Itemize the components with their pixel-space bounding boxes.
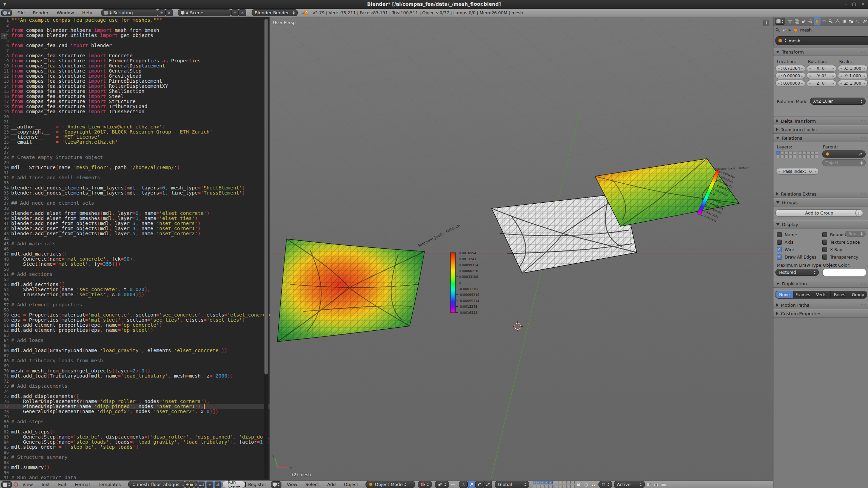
code-line-61[interactable]: 61mdl.add_element_properties(epc, name='…	[0, 323, 270, 328]
code-line-62[interactable]: 62mdl.add_element_properties(eps, name='…	[0, 328, 270, 333]
code-area[interactable]: 1"""An example compas_fea package use fo…	[0, 18, 270, 480]
layer-cell[interactable]	[814, 151, 818, 155]
register-checkbox[interactable]	[245, 482, 246, 487]
checkbox-row-x-ray[interactable]: X-Ray	[822, 246, 860, 253]
checkbox[interactable]	[822, 247, 827, 252]
checkbox[interactable]	[777, 255, 782, 260]
transform-value-field[interactable]: ◂: 0.71364▸	[775, 65, 805, 72]
code-line-18[interactable]: 18from compas_fea.structure import Tribu…	[0, 104, 270, 109]
code-line-37[interactable]: 37## Add node and element sets	[0, 201, 270, 206]
layer-cell[interactable]	[541, 485, 545, 488]
layer-cell[interactable]	[806, 151, 810, 155]
code-line-57[interactable]: 57# Add element properties	[0, 302, 270, 307]
code-line-58[interactable]: 58	[0, 307, 270, 312]
checkbox-row-transparency[interactable]: Transparency	[822, 253, 860, 261]
translate-manipulator-toggle[interactable]	[468, 481, 476, 488]
minimize-button[interactable]: –	[845, 1, 847, 6]
orientation-dropdown[interactable]: Global	[495, 481, 529, 488]
menu-object[interactable]: Object	[340, 482, 362, 487]
transform-value-field[interactable]: ◂: 0.00000▸	[775, 80, 805, 86]
transform-value-field[interactable]: ◂Y: 1.000▸	[838, 73, 868, 79]
open-text-button[interactable]	[189, 481, 194, 488]
tab-render[interactable]	[787, 17, 793, 25]
layers-grid-2[interactable]	[798, 151, 818, 158]
code-line-66[interactable]: 66mdl.add_load(GravityLoad(name='load_gr…	[0, 348, 270, 353]
tab-object[interactable]	[814, 17, 821, 25]
transform-value-field[interactable]: ◂Z: 0°▸	[807, 80, 836, 86]
menu-select[interactable]: Select	[301, 482, 323, 487]
checkbox[interactable]	[777, 232, 782, 237]
code-line-12[interactable]: 12from compas_fea.structure import Gravi…	[0, 74, 270, 79]
code-line-77[interactable]: 77 PinnedDisplacement(name='disp_pinned'…	[0, 404, 270, 409]
new-group-button[interactable]: +	[855, 209, 862, 217]
code-line-53[interactable]: 53mdl.add_sections([	[0, 282, 270, 287]
tab-physics[interactable]	[861, 17, 868, 25]
code-line-91[interactable]: 91# Run and extract data	[0, 475, 270, 480]
menu-text[interactable]: Text	[37, 482, 54, 487]
checkbox[interactable]	[822, 255, 827, 260]
code-line-49[interactable]: 49 Steel(name='mat_steel', fy=355)])	[0, 262, 270, 267]
layer-cell[interactable]	[788, 151, 792, 155]
panel-groups-header[interactable]: Groups::::	[773, 198, 868, 206]
layer-cell[interactable]	[792, 155, 796, 158]
viewport-3d[interactable]: x y User Persp (2) mesh + 0.00165540.001…	[270, 17, 773, 480]
add-layout-button[interactable]: +	[158, 9, 165, 16]
panel-duplication-header[interactable]: Duplication::::	[773, 280, 868, 288]
panel-relations-header[interactable]: Relations::::	[773, 134, 868, 142]
code-line-73[interactable]: 73# Add displacements	[0, 384, 270, 389]
code-line-90[interactable]: 90	[0, 470, 270, 475]
menu-add[interactable]: Add	[323, 482, 340, 487]
code-line-29[interactable]: 29	[0, 160, 270, 165]
code-line-16[interactable]: 16from compas_fea.structure import Steel	[0, 94, 270, 99]
code-line-40[interactable]: 40blender.add_elset_from_bmeshes(mdl, la…	[0, 216, 270, 221]
tab-render-layers[interactable]	[793, 17, 800, 25]
editor-type-selector[interactable]	[1, 9, 12, 16]
panel-motion-paths-header[interactable]: Motion Paths::::	[773, 301, 868, 309]
transform-value-field[interactable]: ◂: 0.00000▸	[775, 73, 805, 79]
object-name-field[interactable]: mesh	[775, 36, 868, 45]
code-line-78[interactable]: 78 GeneralDisplacement(name='disp_dofx',…	[0, 409, 270, 414]
syntax-highlight-toggle[interactable]: ab	[214, 481, 222, 488]
code-line-56[interactable]: 56	[0, 297, 270, 302]
layer-cell[interactable]	[537, 485, 540, 488]
checkbox-row-axis[interactable]: Axis	[777, 238, 816, 246]
code-line-11[interactable]: 11from compas_fea.structure import Gener…	[0, 68, 270, 74]
menu-render[interactable]: Render	[29, 10, 53, 15]
transform-value-field[interactable]: ◂X: 0°▸	[807, 65, 836, 72]
code-line-68[interactable]: 68# Add tributary loads from mesh	[0, 358, 270, 363]
code-line-69[interactable]: 69	[0, 363, 270, 368]
code-line-22[interactable]: 22__author__ = ['Andrew Liew <liew@arch.…	[0, 124, 270, 129]
layer-cell[interactable]	[559, 481, 563, 484]
layer-cell[interactable]	[563, 485, 567, 488]
code-line-45[interactable]: 45# Add materials	[0, 241, 270, 246]
menu-edit[interactable]: Edit	[54, 482, 71, 487]
code-line-15[interactable]: 15from compas_fea.structure import Shell…	[0, 89, 270, 94]
transform-value-field[interactable]: ◂X: 1.000▸	[838, 65, 868, 72]
tab-world[interactable]	[807, 17, 814, 25]
layer-cell[interactable]	[802, 155, 806, 158]
layer-cell[interactable]	[549, 485, 553, 488]
code-line-9[interactable]: 9from compas_fea.structure import Elemen…	[0, 58, 270, 63]
code-line-26[interactable]: 26	[0, 145, 270, 150]
editor-type-selector[interactable]	[775, 18, 785, 25]
code-line-36[interactable]: 36	[0, 196, 270, 201]
code-line-70[interactable]: 70mesh = mesh_from_bmesh(get_objects(lay…	[0, 368, 270, 373]
panel-relations-extras-header[interactable]: Relations Extras::::	[773, 190, 868, 198]
layer-cell[interactable]	[780, 155, 784, 158]
object-color-swatch[interactable]	[822, 269, 866, 276]
proportional-edit-icon[interactable]: ○	[582, 481, 590, 488]
checkbox-row-name[interactable]: Name	[777, 231, 816, 238]
code-line-55[interactable]: 55 TrussSection(name='sec_ties', A=0.000…	[0, 292, 270, 297]
layer-cell[interactable]	[567, 481, 571, 484]
code-line-82[interactable]: 82mdl.add_steps([	[0, 429, 270, 434]
checkbox-row-draw-all-edges[interactable]: Draw All Edges	[777, 253, 816, 261]
parent-type-dropdown[interactable]: Object	[822, 159, 866, 166]
breadcrumb-object-name[interactable]: mesh	[800, 27, 812, 33]
pivot-dropdown[interactable]	[435, 481, 449, 488]
tab-modifiers[interactable]	[827, 17, 834, 25]
layer-cell[interactable]	[571, 481, 575, 484]
layer-cell[interactable]	[545, 485, 549, 488]
add-scene-button[interactable]: +	[231, 9, 239, 16]
code-line-10[interactable]: 10from compas_fea.structure import Gener…	[0, 63, 270, 68]
snap-target-dropdown[interactable]: Active	[614, 481, 645, 488]
